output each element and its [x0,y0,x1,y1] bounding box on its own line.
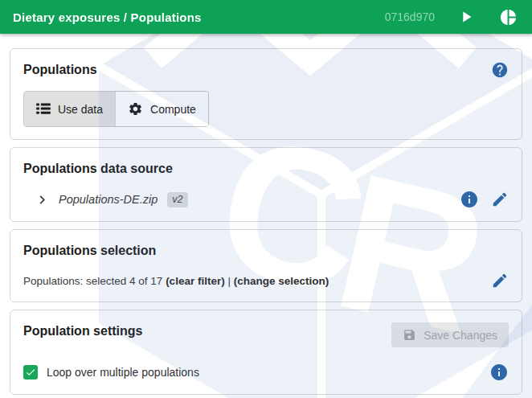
edit-icon [491,191,509,208]
populations-card: Populations Use data Compute [10,48,522,140]
run-button[interactable] [456,6,477,27]
info-icon [489,363,509,382]
tab-use-data[interactable]: Use data [24,92,115,126]
tab-compute[interactable]: Compute [115,92,208,126]
clear-filter-link[interactable]: (clear filter) [166,275,225,287]
expand-data-source-button[interactable] [34,191,51,208]
selection-card-title: Populations selection [23,242,509,260]
help-button[interactable] [491,61,509,79]
source-mode-toggle: Use data Compute [23,91,209,127]
settings-card-title: Population settings [23,322,142,340]
data-source-info-button[interactable] [460,190,479,209]
help-icon [491,61,509,79]
edit-data-source-button[interactable] [491,191,509,208]
list-icon [36,103,51,115]
main-content: Populations Use data Compute [0,34,532,395]
settings-card: Population settings Save Changes Loop ov… [10,310,522,395]
check-icon [25,367,36,378]
save-icon [403,328,416,342]
populations-card-title: Populations [23,61,97,79]
info-icon [460,190,479,209]
edit-selection-button[interactable] [491,272,509,289]
settings-info-button[interactable] [489,363,509,382]
play-icon [457,8,475,26]
data-source-card-title: Populations data source [23,160,509,178]
data-source-file-name: Populations-DE.zip [59,193,158,206]
tab-use-data-label: Use data [58,103,103,116]
gear-icon [128,101,143,117]
save-changes-button[interactable]: Save Changes [391,322,509,347]
selection-card: Populations selection Populations: selec… [10,229,522,302]
loop-populations-checkbox[interactable] [23,365,38,380]
tab-compute-label: Compute [150,103,196,116]
run-id-label: 0716d970 [385,10,435,23]
results-button[interactable] [497,6,519,28]
edit-icon [491,272,509,289]
chevron-right-icon [34,191,51,208]
change-selection-link[interactable]: (change selection) [234,275,329,287]
loop-populations-label: Loop over multiple populations [47,366,199,379]
selection-summary: Populations: selected 4 of 17 (clear fil… [23,275,329,287]
selection-separator: | [225,275,234,287]
breadcrumb: Dietary exposures / Populations [13,10,202,24]
data-source-card: Populations data source Populations-DE.z… [10,147,522,222]
selection-summary-prefix: Populations: selected 4 of 17 [23,275,166,287]
version-badge: v2 [167,192,187,207]
app-header: Dietary exposures / Populations 0716d970 [0,0,532,34]
pie-chart-icon [499,8,518,27]
save-changes-label: Save Changes [424,329,497,342]
